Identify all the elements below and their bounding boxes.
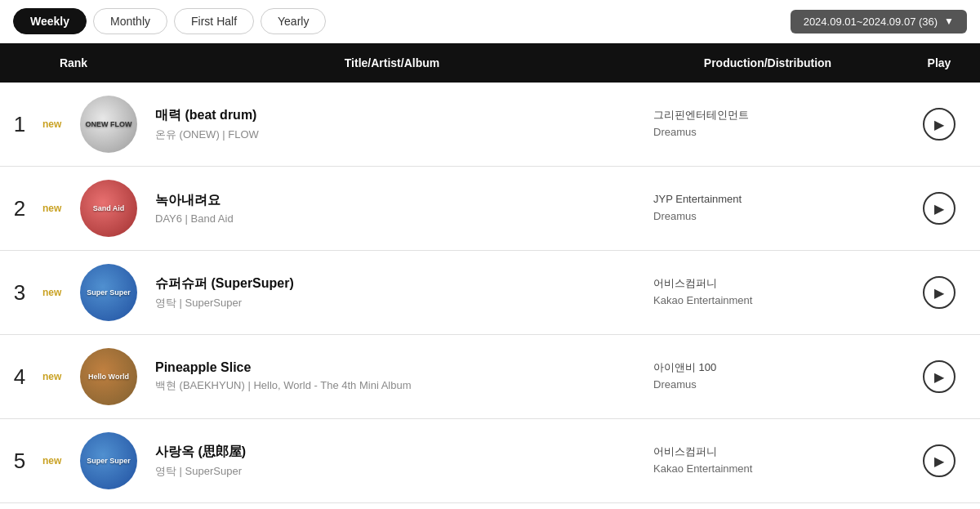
production-cell: 아이앤비 100 Dreamus bbox=[637, 359, 898, 394]
album-thumbnail: Sand Aid bbox=[80, 180, 137, 237]
distribution-label: Kakao Entertainment bbox=[653, 461, 882, 478]
col-header-rank: Rank bbox=[0, 53, 147, 73]
play-cell: ▶ bbox=[898, 444, 980, 477]
rank-badge: new bbox=[42, 118, 67, 130]
play-cell: ▶ bbox=[898, 192, 980, 225]
title-cell: 슈퍼슈퍼 (SuperSuper) 영탁 | SuperSuper bbox=[147, 275, 637, 310]
table-row: 2 new Sand Aid 녹아내려요 DAY6 | Band Aid JYP… bbox=[0, 167, 980, 251]
song-meta: 온유 (ONEW) | FLOW bbox=[155, 127, 259, 142]
distribution-label: Dreamus bbox=[653, 208, 882, 225]
album-thumbnail: ONEW FLOW bbox=[80, 96, 137, 153]
date-range-label: 2024.09.01~2024.09.07 (36) bbox=[804, 16, 938, 28]
rank-cell: 3 new Super Super bbox=[0, 264, 147, 321]
distribution-label: Dreamus bbox=[653, 124, 882, 141]
rank-badge: new bbox=[42, 287, 67, 298]
table-row: 3 new Super Super 슈퍼슈퍼 (SuperSuper) 영탁 |… bbox=[0, 251, 980, 335]
period-firsthalf-button[interactable]: First Half bbox=[174, 8, 254, 34]
play-button[interactable]: ▶ bbox=[923, 108, 956, 141]
play-button[interactable]: ▶ bbox=[923, 192, 956, 225]
song-title: 슈퍼슈퍼 (SuperSuper) bbox=[155, 275, 294, 292]
production-cell: 그리핀엔터테인먼트 Dreamus bbox=[637, 107, 898, 141]
date-range-button[interactable]: 2024.09.01~2024.09.07 (36) ▼ bbox=[791, 10, 967, 33]
production-cell: 어비스컴퍼니 Kakao Entertainment bbox=[637, 444, 898, 478]
rank-badge: new bbox=[42, 203, 67, 214]
production-cell: 어비스컴퍼니 Kakao Entertainment bbox=[637, 275, 898, 310]
title-cell: 매력 (beat drum) 온유 (ONEW) | FLOW bbox=[147, 107, 637, 142]
play-cell: ▶ bbox=[898, 360, 980, 393]
col-header-title: Title/Artist/Album bbox=[147, 53, 637, 73]
title-cell: Pineapple Slice 백현 (BAEKHYUN) | Hello, W… bbox=[147, 360, 637, 393]
rank-badge: new bbox=[42, 455, 67, 467]
song-title: 사랑옥 (思郎屋) bbox=[155, 444, 246, 461]
production-label: 어비스컴퍼니 bbox=[653, 444, 882, 461]
top-bar: Weekly Monthly First Half Yearly 2024.09… bbox=[0, 0, 980, 43]
production-label: 어비스컴퍼니 bbox=[653, 275, 882, 292]
production-label: 아이앤비 100 bbox=[653, 359, 882, 377]
period-monthly-button[interactable]: Monthly bbox=[93, 8, 167, 34]
table-body: 1 new ONEW FLOW 매력 (beat drum) 온유 (ONEW)… bbox=[0, 83, 980, 503]
rank-cell: 1 new ONEW FLOW bbox=[0, 96, 147, 153]
play-cell: ▶ bbox=[898, 108, 980, 141]
production-label: 그리핀엔터테인먼트 bbox=[653, 107, 882, 124]
play-button[interactable]: ▶ bbox=[923, 276, 956, 309]
play-button[interactable]: ▶ bbox=[923, 360, 956, 393]
chevron-down-icon: ▼ bbox=[944, 16, 954, 27]
table-row: 1 new ONEW FLOW 매력 (beat drum) 온유 (ONEW)… bbox=[0, 83, 980, 167]
song-title: 매력 (beat drum) bbox=[155, 107, 259, 124]
song-info: 매력 (beat drum) 온유 (ONEW) | FLOW bbox=[155, 107, 259, 142]
period-yearly-button[interactable]: Yearly bbox=[261, 8, 326, 34]
table-row: 4 new Hello World Pineapple Slice 백현 (BA… bbox=[0, 335, 980, 419]
rank-number: 3 bbox=[10, 280, 29, 306]
title-cell: 사랑옥 (思郎屋) 영탁 | SuperSuper bbox=[147, 444, 637, 479]
rank-number: 4 bbox=[10, 364, 29, 390]
rank-cell: 2 new Sand Aid bbox=[0, 180, 147, 237]
play-button[interactable]: ▶ bbox=[923, 444, 956, 477]
song-meta: 영탁 | SuperSuper bbox=[155, 464, 246, 479]
table-header: Rank Title/Artist/Album Production/Distr… bbox=[0, 43, 980, 83]
rank-number: 5 bbox=[10, 449, 29, 474]
table-row: 5 new Super Super 사랑옥 (思郎屋) 영탁 | SuperSu… bbox=[0, 419, 980, 503]
production-label: JYP Entertainment bbox=[653, 191, 882, 208]
col-header-production: Production/Distribution bbox=[637, 53, 898, 73]
rank-cell: 4 new Hello World bbox=[0, 348, 147, 405]
col-header-play: Play bbox=[898, 53, 980, 73]
song-meta: 백현 (BAEKHYUN) | Hello, World - The 4th M… bbox=[155, 378, 412, 393]
title-cell: 녹아내려요 DAY6 | Band Aid bbox=[147, 192, 637, 225]
rank-badge: new bbox=[42, 371, 67, 382]
period-weekly-button[interactable]: Weekly bbox=[13, 8, 87, 34]
play-cell: ▶ bbox=[898, 276, 980, 309]
song-info: 녹아내려요 DAY6 | Band Aid bbox=[155, 192, 234, 225]
album-thumbnail: Hello World bbox=[80, 348, 137, 405]
album-thumbnail: Super Super bbox=[80, 264, 137, 321]
song-title: Pineapple Slice bbox=[155, 360, 412, 375]
distribution-label: Dreamus bbox=[653, 377, 882, 394]
song-info: Pineapple Slice 백현 (BAEKHYUN) | Hello, W… bbox=[155, 360, 412, 393]
rank-number: 1 bbox=[10, 112, 29, 137]
album-thumbnail: Super Super bbox=[80, 432, 137, 489]
song-meta: 영탁 | SuperSuper bbox=[155, 296, 294, 310]
rank-number: 2 bbox=[10, 196, 29, 221]
song-info: 사랑옥 (思郎屋) 영탁 | SuperSuper bbox=[155, 444, 246, 479]
song-info: 슈퍼슈퍼 (SuperSuper) 영탁 | SuperSuper bbox=[155, 275, 294, 310]
production-cell: JYP Entertainment Dreamus bbox=[637, 191, 898, 225]
distribution-label: Kakao Entertainment bbox=[653, 292, 882, 310]
rank-cell: 5 new Super Super bbox=[0, 432, 147, 489]
song-meta: DAY6 | Band Aid bbox=[155, 212, 234, 225]
song-title: 녹아내려요 bbox=[155, 192, 234, 209]
period-buttons: Weekly Monthly First Half Yearly bbox=[13, 8, 326, 34]
